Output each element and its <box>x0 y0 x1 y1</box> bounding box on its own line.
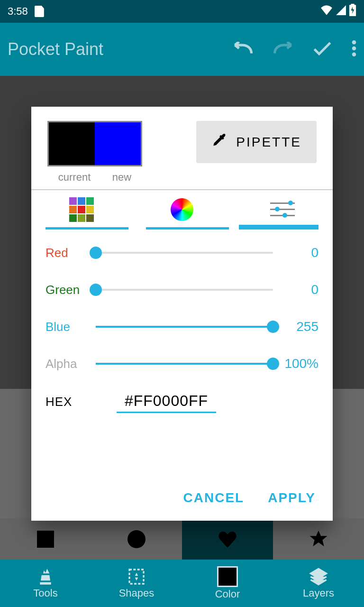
color-preview-swatch <box>47 121 142 166</box>
color-tabs <box>31 190 333 231</box>
slider-green[interactable] <box>96 289 273 291</box>
svg-rect-1 <box>351 4 354 6</box>
nav-color[interactable]: Color <box>182 560 273 607</box>
overflow-menu-icon[interactable] <box>352 40 356 58</box>
tab-sliders[interactable] <box>232 190 333 229</box>
apply-button[interactable]: APPLY <box>268 490 316 506</box>
dialog-actions: CANCEL APPLY <box>31 477 333 521</box>
nav-layers[interactable]: Layers <box>273 560 364 607</box>
alpha-value: 100% <box>276 356 318 371</box>
cancel-button[interactable]: CANCEL <box>183 490 245 506</box>
alpha-label: Alpha <box>46 357 93 371</box>
color-wheel-icon <box>171 198 193 221</box>
status-time: 3:58 <box>8 5 28 18</box>
svg-point-2 <box>352 40 356 45</box>
new-label: new <box>112 171 131 184</box>
nav-layers-label: Layers <box>303 587 334 599</box>
sd-card-icon <box>35 6 44 17</box>
nav-shapes-label: Shapes <box>119 587 155 599</box>
status-bar: 3:58 <box>0 0 364 23</box>
color-swatch-icon <box>217 566 238 587</box>
slider-row-green: Green 0 <box>46 282 318 297</box>
undo-icon[interactable] <box>233 42 253 57</box>
slider-row-blue: Blue 255 <box>46 319 318 334</box>
app-bar: Pocket Paint <box>0 23 364 76</box>
nav-shapes[interactable]: Shapes <box>91 560 182 607</box>
red-label: Red <box>46 246 93 260</box>
redo-icon[interactable] <box>273 42 293 57</box>
nav-tools[interactable]: Tools <box>0 560 91 607</box>
new-color-swatch <box>95 122 141 165</box>
blue-value: 255 <box>276 319 318 334</box>
sliders-icon <box>270 202 295 216</box>
tab-wheel[interactable] <box>132 190 232 229</box>
signal-icon <box>336 5 346 18</box>
hex-input[interactable] <box>117 390 216 413</box>
slider-alpha[interactable] <box>96 363 273 365</box>
app-title: Pocket Paint <box>8 39 233 59</box>
slider-row-red: Red 0 <box>46 245 318 260</box>
svg-point-3 <box>352 46 356 51</box>
slider-row-alpha: Alpha 100% <box>46 356 318 371</box>
svg-rect-7 <box>129 570 144 584</box>
green-value: 0 <box>276 282 318 297</box>
wifi-icon <box>320 5 333 18</box>
tab-palette[interactable] <box>31 190 132 229</box>
svg-point-4 <box>352 53 356 57</box>
battery-icon <box>349 4 356 19</box>
pipette-button[interactable]: PIPETTE <box>196 121 317 163</box>
nav-tools-label: Tools <box>33 587 57 599</box>
bottom-nav: Tools Shapes Color Layers <box>0 560 364 607</box>
hex-label: HEX <box>46 395 102 409</box>
pipette-label: PIPETTE <box>236 135 301 150</box>
hex-row: HEX <box>31 376 333 418</box>
red-value: 0 <box>276 245 318 260</box>
rgba-sliders: Red 0 Green 0 Blue 255 Alpha 100% <box>31 231 333 376</box>
blue-label: Blue <box>46 320 93 334</box>
nav-color-label: Color <box>215 588 240 600</box>
palette-icon <box>69 197 94 222</box>
current-color-swatch <box>49 122 95 165</box>
slider-blue[interactable] <box>96 326 273 328</box>
pipette-icon <box>211 132 228 152</box>
color-picker-dialog: current new PIPETTE <box>31 107 333 521</box>
current-label: current <box>58 171 91 184</box>
green-label: Green <box>46 283 93 297</box>
slider-red[interactable] <box>96 252 273 254</box>
checkmark-icon[interactable] <box>313 41 332 58</box>
